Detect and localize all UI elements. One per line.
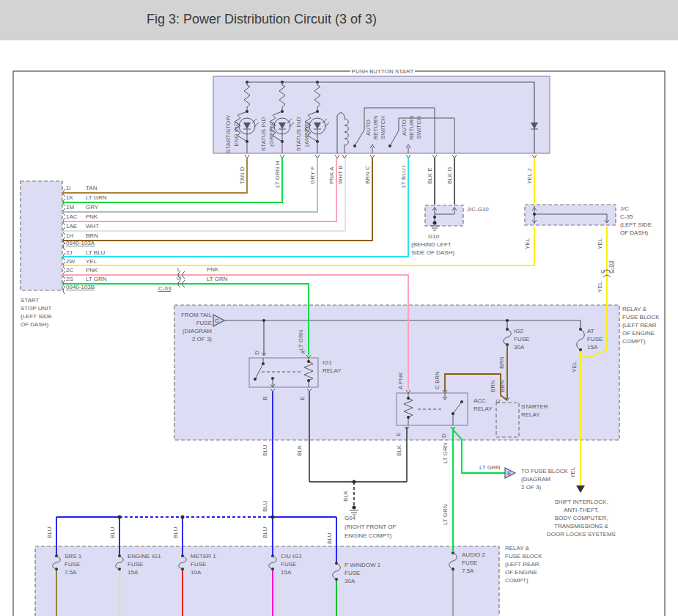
c03-conn-right: C-03 [608,260,614,274]
engine-fuse-line3: 15A [128,569,139,576]
jc-c35-line2: C-35 [620,213,633,220]
ssu-label-line4: OF DASH) [21,321,49,328]
ssu-conn-0940-103b: 0940-103B [66,284,95,290]
at-fuse-line3: 15A [587,344,598,351]
blu-label-cu: BLU [262,527,268,538]
c03-pin-c: C [600,269,606,274]
auto-return-switch1-line3: SWITCH [380,116,386,139]
g04-ground-icon [350,506,358,516]
ssu-pin-1ae: 1AE [66,223,77,230]
pin-ltblu-i: LT BLU I [400,165,407,188]
cu-fuse-line1: C/U IG1 [281,553,302,560]
brn-label-ig2: BRN [498,356,505,369]
from-tail-line4: 2 OF 3) [192,336,212,342]
ssu-wire-1ae: WHT [86,223,99,230]
starter-relay-rect [496,403,519,437]
ssu-wire-1ac: PNK [86,213,98,220]
c03-wire-ltgrn: LT GRN [207,276,228,282]
mid-block-label-line3: (LEFT REAR [622,322,657,329]
audio-fuse-line2: FUSE [462,560,477,566]
wiring-diagram-page: Fig 3: Power Distribution Circuit (3 of … [0,0,678,616]
ind-startstop-line2: ENG IND [233,122,240,147]
ltgrn-branch-label: LT GRN [479,464,501,471]
pin-blk-g: BLK G [446,166,453,184]
mid-block-label-line1: RELAY & [622,306,647,312]
pin-arrows [245,155,537,158]
ssu-label-line1: START [21,297,40,304]
meter-fuse-line3: 10A [191,569,202,576]
at-fuse-line1: AT [587,328,594,334]
wire-brn-1h [62,158,372,241]
yel-label-c35-right: YEL [597,238,603,249]
jc-g10-rect [425,205,463,226]
brn-label-acc: BRN [490,380,496,392]
blu-label-engine: BLU [109,527,116,538]
c03-conn: C-03 [158,285,172,292]
mid-block-label-line5: COMPT) [622,338,646,345]
from-tail-line2: FUSE [196,320,212,326]
pin-pnk-a: PNK A [328,166,335,184]
starter-relay-line1: STARTER [521,403,548,410]
ssu-wire-2w: YEL [86,258,97,265]
ig1-wire-ltgrn: LT GRN [298,329,304,351]
jc-c35-line3: (LEFT SIDE [620,221,652,228]
pin-ltgrn-h: LT GRN H [274,161,281,188]
blu-label-2: BLU [262,500,268,512]
srs-fuse-line3: 7.5A [65,569,77,576]
acc-pin-c-brn: C BRN [434,371,441,389]
shift-systems-line2: ANTI-THEFT, [564,507,599,513]
bottom-relay-fuse-block [35,546,499,616]
push-button-start-title: PUSH BUTTON START [352,68,414,75]
engine-fuse-line1: ENGINE IG1 [128,553,161,560]
acc-pin-a-pnk: A PNK [397,372,404,389]
blu-label-srs: BLU [46,527,53,538]
wire-ltblu-2j [62,158,408,257]
ltgrn-label-audio1: LT GRN [442,442,449,463]
to-fuse-block-line1: TO FUSE BLOCK [521,468,569,474]
shift-systems-line1: SHIFT INTERLOCK, [554,499,608,505]
ssu-pin-2c: 2C [66,267,73,274]
shift-systems-line3: BODY COMPUTER, [555,515,608,521]
audio-fuse-line3: 7.5A [462,568,474,574]
pin-wht-b: WHT B [337,165,344,184]
g10-label: G10 [428,233,440,240]
ssu-wire-2c: PNK [86,267,98,274]
ssu-label-line2: STOP UNIT [21,305,51,312]
wire-yel-2w [62,227,534,265]
from-tail-line1: FROM TAIL [181,312,212,318]
blk-label-acce: BLK [396,444,402,456]
c03-pin-o: O [177,275,181,282]
cu-fuse-line3: 15A [281,569,292,576]
ig1-pin-e: E [299,396,306,400]
to-fuse-block-line3: 2 OF 3) [521,484,541,491]
g04-loc-line2: ENGINE COMPT) [344,532,392,539]
acc-relay-line1: ACC [474,397,486,404]
mid-block-label-line4: OF ENGINE [622,330,655,337]
to-fuse-block-line2: (DIAGRAM [521,476,550,483]
starter-pin-c: C [495,399,501,403]
jc-g10-box [425,205,463,230]
ssu-pin-2j: 2J [66,249,72,256]
auto-return-switch2-line1: AUTO [401,120,408,136]
at-fuse-line2: FUSE [587,336,603,342]
yel-label-below-c03: YEL [597,281,603,293]
auto-return-switch1-line2: RETURN [372,115,379,140]
g10-loc-line1: (BEHIND LEFT [411,241,452,248]
jc-g10-label: J/C-G10 [467,206,489,213]
brn-label-ig2b: BRN [499,380,506,392]
ig2-fuse-line3: 30A [514,344,525,351]
audio-fuse-line1: AUDIO 2 [462,551,486,558]
blk-label-g04: BLK [342,490,349,502]
ssu-label-line3: (LEFT SIDE [21,313,52,320]
auto-return-switch2-line3: SWITCH [416,116,422,139]
ig1-pin-b: B [262,396,268,400]
pin-gry-f: GRY F [309,166,316,184]
ssu-wire-1i: TAN [86,185,97,191]
blk-label-ig1e: BLK [296,444,303,456]
acc-relay-line2: RELAY [474,406,493,412]
pin-yel-j: YEL J [526,169,533,184]
pwindow-fuse-line2: FUSE [344,570,360,576]
blu-label-meter: BLU [172,527,179,538]
g10-loc-line2: SIDE OF DASH) [411,249,454,256]
blu-label-1: BLU [262,444,268,456]
